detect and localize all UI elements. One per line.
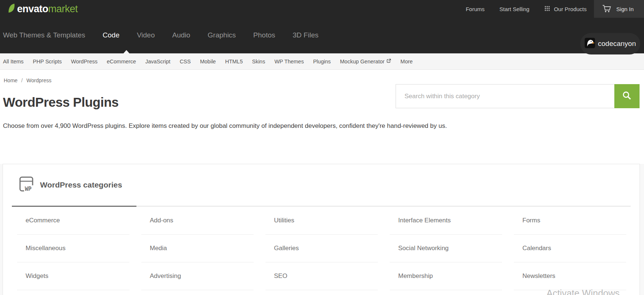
category-subnav: All Items PHP Scripts WordPress eCommerc…	[0, 53, 644, 70]
logo-envato: envato	[17, 3, 48, 14]
main-nav: Web Themes & Templates Code Video Audio …	[0, 30, 644, 40]
category-membership[interactable]: Membership	[390, 262, 502, 290]
content-band: WP WordPress categories eCommerce Add-on…	[0, 164, 644, 295]
subnav-mockup-generator[interactable]: Mockup Generator	[340, 59, 391, 64]
site-header: envatomarket Forums Start Selling Our Pr…	[0, 0, 644, 53]
page-description: Choose from over 4,900 WordPress plugins…	[3, 122, 447, 130]
nav-code[interactable]: Code	[103, 30, 119, 40]
category-widgets[interactable]: Widgets	[17, 262, 129, 290]
breadcrumb-separator: /	[21, 77, 23, 83]
category-interface-elements[interactable]: Interface Elements	[390, 207, 502, 235]
breadcrumb-home[interactable]: Home	[4, 77, 17, 83]
logo-market: market	[48, 3, 78, 14]
subnav-ecommerce[interactable]: eCommerce	[107, 59, 136, 64]
cart-icon	[602, 4, 611, 14]
search-button[interactable]	[614, 84, 640, 108]
search-input[interactable]	[396, 84, 614, 108]
our-products-label: Our Products	[554, 6, 587, 12]
category-social-networking[interactable]: Social Networking	[390, 235, 502, 262]
category-utilities[interactable]: Utilities	[265, 207, 378, 235]
our-products-menu[interactable]: Our Products	[544, 6, 587, 13]
category-galleries[interactable]: Galleries	[265, 235, 378, 262]
subnav-javascript[interactable]: JavaScript	[145, 59, 171, 64]
codecanyon-badge-label: codecanyon	[598, 40, 636, 48]
nav-web-themes[interactable]: Web Themes & Templates	[3, 30, 85, 40]
page-hero: Home / Wordpress WordPress Plugins Choos…	[0, 70, 644, 140]
nav-graphics[interactable]: Graphics	[208, 30, 236, 40]
category-calendars[interactable]: Calendars	[514, 235, 626, 262]
nav-audio[interactable]: Audio	[172, 30, 190, 40]
envato-leaf-icon	[7, 3, 16, 15]
activate-windows-watermark: Activate Windows	[546, 288, 620, 295]
subnav-wp-themes[interactable]: WP Themes	[274, 59, 304, 64]
breadcrumb: Home / Wordpress	[4, 77, 52, 83]
category-search	[396, 84, 640, 108]
subnav-skins[interactable]: Skins	[252, 59, 265, 64]
logo-text: envatomarket	[17, 3, 78, 15]
nav-photos[interactable]: Photos	[253, 30, 275, 40]
category-newsletters[interactable]: Newsletters	[514, 262, 626, 290]
topbar-right: Forums Start Selling Our Products	[466, 0, 644, 18]
nav-3d-files[interactable]: 3D Files	[293, 30, 318, 40]
breadcrumb-wordpress[interactable]: Wordpress	[26, 77, 51, 83]
search-icon	[622, 91, 632, 102]
mockup-generator-label: Mockup Generator	[340, 59, 384, 64]
category-grid: eCommerce Add-ons Utilities Interface El…	[3, 207, 640, 290]
svg-text:WP: WP	[25, 186, 32, 192]
sign-in-label: Sign In	[616, 6, 634, 12]
subnav-plugins[interactable]: Plugins	[313, 59, 331, 64]
codecanyon-bird-icon	[585, 38, 595, 50]
category-add-ons[interactable]: Add-ons	[141, 207, 254, 235]
page-title: WordPress Plugins	[3, 95, 119, 110]
topbar: envatomarket Forums Start Selling Our Pr…	[0, 0, 644, 18]
nav-video[interactable]: Video	[137, 30, 155, 40]
subnav-wordpress[interactable]: WordPress	[71, 59, 98, 64]
category-forms[interactable]: Forms	[514, 207, 626, 235]
subnav-mobile[interactable]: Mobile	[200, 59, 216, 64]
card-header: WP WordPress categories	[3, 164, 640, 206]
active-nav-caret	[123, 50, 129, 53]
forums-link[interactable]: Forums	[466, 6, 485, 12]
category-miscellaneous[interactable]: Miscellaneous	[17, 235, 129, 262]
card-title: WordPress categories	[40, 180, 122, 189]
envato-market-logo[interactable]: envatomarket	[7, 3, 78, 15]
wordpress-categories-card: WP WordPress categories eCommerce Add-on…	[3, 164, 640, 295]
external-link-icon	[386, 59, 391, 64]
wp-window-icon: WP	[19, 176, 34, 194]
subnav-more[interactable]: More	[400, 59, 413, 64]
category-ecommerce[interactable]: eCommerce	[17, 207, 129, 235]
category-seo[interactable]: SEO	[265, 262, 378, 290]
tab-underline	[12, 206, 631, 207]
start-selling-link[interactable]: Start Selling	[499, 6, 529, 12]
grid-icon	[544, 6, 550, 13]
active-tab-indicator	[12, 206, 136, 207]
subnav-all-items[interactable]: All Items	[3, 59, 24, 64]
subnav-css[interactable]: CSS	[180, 59, 191, 64]
subnav-html5[interactable]: HTML5	[225, 59, 243, 64]
subnav-php-scripts[interactable]: PHP Scripts	[33, 59, 62, 64]
category-media[interactable]: Media	[141, 235, 254, 262]
sign-in-button[interactable]: Sign In	[594, 0, 644, 18]
category-advertising[interactable]: Advertising	[141, 262, 254, 290]
codecanyon-badge[interactable]: codecanyon	[580, 33, 640, 54]
